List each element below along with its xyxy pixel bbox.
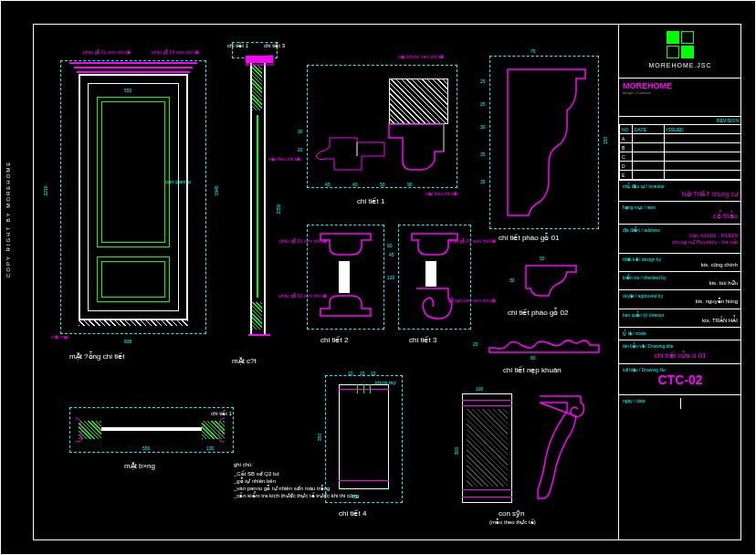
d3-45: 45 [389,252,394,257]
m2-profile [521,261,585,307]
title-row: tên bản vẽ / Drawing title chi tiết cửa … [619,340,741,364]
dwgt-val: chi tiết cửa ô 01 [623,351,738,361]
lbl-vien: viền nẹp [51,334,68,340]
copyright-text: COPY RIGHT BY MOREHOME [5,161,11,278]
d3-scroll [407,284,462,325]
rev-h-no: NO [620,125,633,134]
lbl-ct3: chi tiết 3 [264,42,285,48]
d2-120: 120 [387,275,394,280]
fr-80: 80 [530,355,536,361]
sec-top [252,65,262,110]
d2-p01: phào gỗ 01 xem chi tiết [279,238,327,244]
cornice-3 [77,71,190,73]
m2-30: 30 [509,278,515,283]
lbl-p04: phào gỗ 04 xem chi tiết [152,49,199,55]
c-300: 300 [454,447,459,455]
cap-console-sub: (mẫu theo thực tế) [489,518,536,525]
view-detail3: chi tiết 3 phào gỗ 01 xem chi tiết gỗ tự… [398,225,476,352]
d1-50: 50 [380,182,385,187]
client-row: chủ đầu tư / Investor Nội THẤT chung cư [619,181,741,202]
item-lbl: hạng mục / item [623,204,738,210]
m2-50: 50 [540,256,545,261]
view-detail2: chi tiết 2 phào gỗ 01 xem chi tiết phào … [307,225,389,352]
check-val: kts. bùi hữu [623,280,738,287]
approve-row: duyệt / approved by kts. nguyễn hùng [619,290,741,309]
scale-lbl: tỷ lệ / scale [623,330,738,336]
rev-h-iss: ISSUED [665,125,741,134]
dim-h: 2210 [43,185,48,195]
view-mold1: chi tiết phào gỗ 01 75 25 25 30 35 35 15… [485,51,608,252]
dwgno-val: CTC-02 [623,372,738,388]
view-plan: mẶt b»ng 550 130 chi tiết 1 [69,407,243,480]
company-name: MOREHOME.JSC [648,62,711,69]
d1-profile [380,120,453,183]
note-2: _gỗ tự nhiên bên [234,477,276,484]
plan-mold-l [74,416,106,444]
dim-w: 838 [124,339,131,344]
dim-ht: 2350 [276,204,281,214]
mgr-val: kts. TRẦN HẢI [623,318,738,324]
revision-table: NODATEISSUED A B C D E [619,124,741,180]
plan-leaf [101,427,202,431]
m1-25a: 25 [480,79,486,84]
sec-bot [252,302,262,330]
project-row: MOREHOME design + furniture [619,79,741,117]
date-row: ngày / date [619,395,741,412]
design-row: thiết kế / design by kts. công chính [619,254,741,272]
d1-nepk: nẹp khuôn xem chi tiết [398,54,444,59]
d4-350: 350 [317,434,322,441]
rev-b: B [620,143,633,152]
cad-sheet: COPY RIGHT BY MOREHOME mẶt ?ỗng chi tiết… [0,0,756,555]
note-1: _Cốt SB sơ Q2 bd [234,470,279,476]
cf-2 [462,405,512,406]
plan-mold-r [197,416,229,444]
cap-plan: mẶt b»ng [124,462,155,470]
d1-nep: nẹp theo chi tiết [425,191,458,196]
d4-v1 [357,384,358,393]
design-val: kts. công chính [623,262,738,268]
d1-40b: 40 [352,182,358,187]
view-mold2: chi tiết phào gỗ 02 50 30 [508,261,594,325]
item-row: hạng mục / item cổ thảo [619,202,741,225]
item-val: cổ thảo [623,212,738,221]
d1-30: 30 [298,129,303,134]
lbl-nep: nẹp theo chi tiết [268,156,301,162]
rev-a: A [620,134,633,143]
d2-p02: phào gỗ 02 xem chi tiết [279,293,327,298]
title-block: MOREHOME.JSC MOREHOME design + furniture… [618,24,741,540]
view-elevation: mẶt ?ỗng chi tiết viền nẹp 2210 1940 838… [60,51,215,380]
dim-ph: 1940 [214,185,219,195]
rev-h-date: DATE [633,125,665,134]
m1-25b: 25 [480,101,486,107]
approve-val: kts. nguyễn hùng [623,298,738,305]
panel-top-in [101,101,165,243]
dim-pw: 550 [142,445,150,451]
mgr-row: ban quản lý/ director kts. TRẦN HẢI [619,309,741,328]
d3-top [407,229,462,266]
rev-c: C [620,152,633,162]
project-val: Nội THẤT chung cư [623,191,738,198]
cap-m1: chi tiết phào gỗ 01 [499,234,559,242]
d3-stile [425,261,436,287]
view-frame: chi tiết nẹp khuân 80 20 [480,334,608,384]
lbl-chi1: chi tiết 1 [211,410,232,416]
d1-leaf [311,133,389,183]
scale-row: tỷ lệ / scale [619,328,741,340]
m1-150: 150 [603,137,608,144]
cap-d4: chi tiết 4 [339,509,366,518]
drawing-area: mẶt ?ỗng chi tiết viền nẹp 2210 1940 838… [33,24,617,540]
m1-35: 35 [480,152,486,157]
view-console: con sỹn (mẫu theo thực tế) 100 300 [453,389,608,526]
cap-d2: chi tiết 2 [320,336,348,344]
d4-t2: 15 [360,371,365,376]
d4-t3: 15 [371,371,376,376]
cap-console: con sỹn [499,509,525,518]
d4-l2 [339,480,389,481]
sec-floor [248,334,270,336]
cap-sec: mẶt c?t [232,357,257,365]
threshold [79,320,188,326]
d1-wall-b [389,79,448,124]
m1-35b: 35 [480,179,486,184]
view-detail1: chi tiết 1 nẹp khuôn xem chi tiết nẹp th… [307,65,462,211]
rev-d: D [620,162,633,171]
